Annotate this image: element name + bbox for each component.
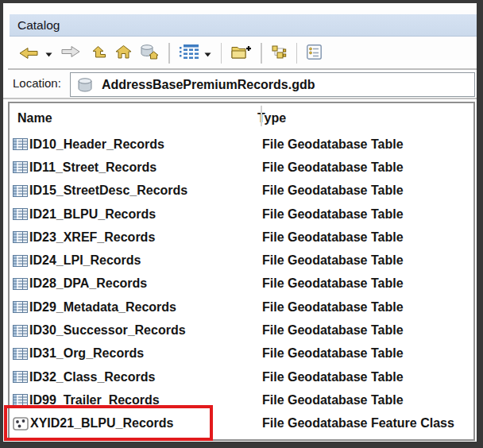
row-name-cell: ID32_Class_Records [10, 370, 262, 384]
table-row[interactable]: ID99_Trailer_Records File Geodatabase Ta… [10, 388, 473, 411]
row-name: ID30_Successor_Records [29, 323, 186, 338]
row-name-cell: ID23_XREF_Records [10, 230, 262, 245]
table-row[interactable]: ID23_XREF_Records File Geodatabase Table [10, 226, 473, 249]
row-name-cell: ID24_LPI_Records [10, 253, 262, 268]
geodatabase-table-icon [13, 255, 28, 267]
row-type: File Geodatabase Table [262, 346, 473, 361]
back-arrow-icon [19, 47, 38, 60]
geodatabase-table-icon [13, 394, 28, 406]
catalog-window: Catalog Location: AddressBasePremiumRe [0, 0, 483, 448]
table-row[interactable]: ID15_StreetDesc_Records File Geodatabase… [10, 180, 473, 203]
table-row[interactable]: ID11_Street_Records File Geodatabase Tab… [10, 156, 473, 179]
row-name-cell: ID31_Org_Records [10, 346, 262, 361]
row-name: ID15_StreetDesc_Records [29, 183, 187, 198]
table-row[interactable]: ID24_LPI_Records File Geodatabase Table [10, 249, 473, 272]
table-row[interactable]: ID32_Class_Records File Geodatabase Tabl… [10, 365, 473, 388]
row-name-cell: ID10_Header_Records [10, 137, 262, 152]
row-name: XYID21_BLPU_Records [30, 416, 174, 431]
location-value: AddressBasePremiumRecords.gdb [102, 78, 315, 92]
table-row[interactable]: ID30_Successor_Records File Geodatabase … [10, 319, 473, 342]
row-name: ID21_BLPU_Records [29, 207, 156, 222]
row-type: File Geodatabase Table [262, 183, 473, 198]
connect-to-folder-icon [231, 45, 251, 62]
back-button[interactable] [17, 41, 41, 65]
point-feature-class-icon [13, 417, 29, 431]
geodatabase-table-icon [13, 348, 28, 360]
default-geodatabase-button[interactable] [139, 41, 160, 65]
geodatabase-table-icon [13, 301, 28, 313]
column-divider[interactable] [261, 106, 262, 126]
geodatabase-cylinder-icon [77, 78, 93, 92]
row-type: File Geodatabase Table [262, 137, 473, 152]
contents-view-button[interactable] [178, 41, 200, 65]
geodatabase-table-icon [13, 325, 28, 337]
forward-arrow-icon [61, 45, 80, 61]
connect-to-folder-button[interactable] [230, 41, 253, 65]
forward-button[interactable] [60, 41, 82, 65]
row-name-cell: ID30_Successor_Records [10, 323, 262, 338]
up-one-level-button[interactable] [91, 41, 108, 65]
up-one-level-icon [92, 46, 106, 61]
location-combo-box[interactable]: AddressBasePremiumRecords.gdb [70, 72, 475, 97]
contents-view-grid-icon [180, 44, 199, 63]
row-type: File Geodatabase Table [262, 276, 473, 291]
toolbox-hierarchy-icon [272, 45, 287, 62]
row-type: File Geodatabase Table [262, 323, 473, 338]
row-name-cell: ID21_BLPU_Records [10, 207, 262, 222]
toolbar-separator [296, 43, 298, 64]
table-row[interactable]: ID10_Header_Records File Geodatabase Tab… [10, 133, 473, 156]
row-name: ID23_XREF_Records [29, 230, 155, 245]
row-type: File Geodatabase Table [262, 300, 473, 315]
home-folder-button[interactable] [114, 41, 133, 65]
toolbar-separator [261, 43, 262, 64]
row-type: File Geodatabase Table [262, 370, 473, 384]
row-name-cell: ID15_StreetDesc_Records [10, 183, 262, 198]
row-type: File Geodatabase Table [262, 160, 473, 175]
column-header-type[interactable]: Type [257, 111, 473, 126]
table-row[interactable]: XYID21_BLPU_Records File Geodatabase Fea… [10, 412, 473, 435]
toolbar-separator [221, 43, 222, 64]
list-header: Name Type [10, 103, 473, 133]
location-divider [3, 98, 477, 99]
options-button[interactable] [305, 41, 323, 65]
contents-view-caret-icon [204, 46, 211, 60]
geodatabase-table-icon [13, 208, 28, 220]
row-name: ID24_LPI_Records [29, 253, 141, 268]
row-name: ID32_Class_Records [29, 370, 155, 384]
geodatabase-table-icon [13, 278, 28, 290]
location-label: Location: [13, 76, 61, 90]
row-type: File Geodatabase Table [262, 253, 473, 268]
list-rows: ID10_Header_Records File Geodatabase Tab… [10, 133, 473, 435]
panel-surface: Catalog Location: AddressBasePremiumRe [3, 3, 477, 442]
table-row[interactable]: ID21_BLPU_Records File Geodatabase Table [10, 203, 473, 226]
back-history-caret[interactable] [44, 41, 54, 65]
contents-view-caret[interactable] [203, 41, 213, 65]
geodatabase-table-icon [13, 161, 28, 173]
row-type: File Geodatabase Table [262, 393, 473, 407]
table-row[interactable]: ID28_DPA_Records File Geodatabase Table [10, 272, 473, 295]
column-header-name[interactable]: Name [10, 111, 257, 126]
geodatabase-table-icon [13, 138, 28, 150]
geodatabase-table-icon [13, 185, 28, 197]
toolbox-window-button[interactable] [270, 41, 288, 65]
row-name: ID28_DPA_Records [29, 276, 147, 291]
row-name-cell: ID28_DPA_Records [10, 276, 262, 291]
row-type: File Geodatabase Feature Class [262, 416, 473, 431]
row-name: ID10_Header_Records [29, 137, 164, 152]
options-list-icon [307, 44, 322, 63]
contents-list: Name Type ID10_Header_Records File Geoda… [8, 102, 475, 441]
row-name-cell: ID99_Trailer_Records [10, 393, 262, 407]
row-name: ID31_Org_Records [29, 346, 144, 361]
geodatabase-table-icon [13, 371, 28, 383]
row-name-cell: XYID21_BLPU_Records [10, 416, 262, 431]
back-history-caret-icon [45, 46, 52, 60]
home-folder-icon [115, 45, 132, 62]
row-name-cell: ID29_Metadata_Records [10, 300, 262, 315]
toolbar-separator [168, 43, 170, 64]
table-row[interactable]: ID31_Org_Records File Geodatabase Table [10, 342, 473, 365]
row-name: ID29_Metadata_Records [29, 300, 176, 315]
default-geodatabase-icon [141, 44, 159, 63]
row-type: File Geodatabase Table [262, 230, 473, 245]
row-name-cell: ID11_Street_Records [10, 160, 262, 175]
table-row[interactable]: ID29_Metadata_Records File Geodatabase T… [10, 295, 473, 319]
